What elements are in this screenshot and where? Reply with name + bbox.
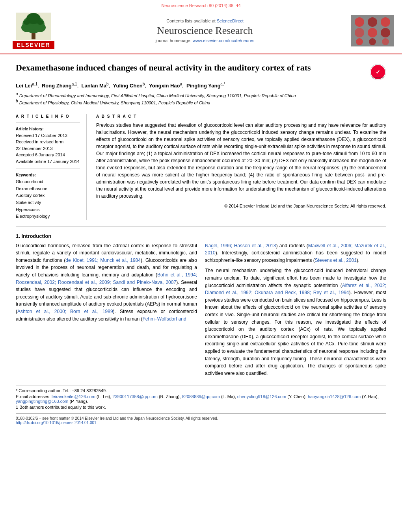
received-date: Received 17 October 2013	[16, 132, 80, 139]
svg-point-15	[356, 38, 363, 45]
affiliations: a Department of Rheumatology and Immunol…	[16, 92, 386, 105]
journal-center: Contents lists available at ScienceDirec…	[59, 19, 351, 43]
journal-header-content: ELSEVIER Contents lists available at Sci…	[0, 9, 402, 52]
divider-2	[16, 226, 386, 227]
footnote-equal: 1 Both authors contributed equally to th…	[16, 405, 386, 410]
abstract-text: Previous studies have suggested that ele…	[96, 122, 386, 200]
ref-fehm[interactable]: Fehm–Wolfsdorf and	[143, 316, 186, 322]
article-content: Dexamethasone induced changes of neural …	[0, 54, 402, 433]
article-info-title: A R T I C L E I N F O	[16, 114, 80, 119]
footer-issn: 0168-0102/$ – see front matter © 2014 El…	[16, 416, 386, 421]
divider-1	[16, 110, 386, 110]
author-5: Yongxin Hao	[149, 83, 180, 89]
svg-point-6	[24, 20, 30, 25]
author-3: Lanlan Ma	[82, 83, 107, 89]
ref-bohn[interactable]: Bohn et al., 1994; Roozendaal, 2002; Roo…	[16, 272, 197, 285]
elsevier-logo: ELSEVIER	[8, 13, 59, 49]
body-two-col: Glucocorticoid hormones, released from t…	[16, 242, 386, 380]
emails-label: E-mail addresses:	[16, 394, 50, 399]
abstract-title: A B S T R A C T	[96, 114, 386, 119]
footnote-emails: E-mail addresses: leiravokeilei@126.com …	[16, 394, 386, 404]
body-para-1: Glucocorticoid hormones, released from t…	[16, 242, 197, 323]
keyword-3: Auditory cortex	[16, 192, 80, 199]
email-zhang[interactable]: 23900117358@qq.com	[112, 394, 158, 399]
author-1: Lei Lei	[16, 83, 32, 89]
doi-link[interactable]: http://dx.doi.org/10.1016/j.neures.2014.…	[16, 421, 97, 425]
sciencedirect-anchor[interactable]: ScienceDirect	[217, 19, 244, 23]
journal-title-header: Neuroscience Research	[59, 25, 351, 37]
online-date: Available online 17 January 2014	[16, 158, 80, 165]
title-block: Dexamethasone induced changes of neural …	[16, 62, 363, 79]
corner-image	[351, 15, 394, 46]
body-col-left: Glucocorticoid hormones, released from t…	[16, 242, 197, 380]
info-abstract-columns: A R T I C L E I N F O Article history: R…	[16, 114, 386, 220]
journal-top-bar: Neuroscience Research 80 (2014) 38–44	[0, 0, 402, 9]
article-title: Dexamethasone induced changes of neural …	[16, 62, 363, 74]
svg-point-17	[382, 38, 389, 45]
footer-bar: 0168-0102/$ – see front matter © 2014 El…	[16, 413, 386, 425]
abstract-section: A B S T R A C T Previous studies have su…	[96, 114, 386, 220]
affiliation-a: a Department of Rheumatology and Immunol…	[16, 92, 386, 98]
keyword-5: Hyperacusis	[16, 206, 80, 213]
email-yang[interactable]: yangpingtingting@163.com	[16, 399, 68, 404]
email-chen[interactable]: chenyuling918@126.com	[237, 394, 286, 399]
email-hao[interactable]: haoyangxin1428@126.com	[308, 394, 361, 399]
footnote-area: * Corresponding author. Tel.: +86 24 832…	[16, 386, 386, 410]
ref-ashton[interactable]: Ashton et al., 2000; Born et al., 1989	[17, 309, 113, 314]
svg-point-14	[381, 28, 390, 37]
ref-alfarez[interactable]: Alfarez et al., 2002; Diamond et al., 19…	[205, 283, 386, 296]
article-info-panel: A R T I C L E I N F O Article history: R…	[16, 114, 87, 220]
journal-header: Neuroscience Research 80 (2014) 38–44	[0, 0, 402, 54]
journal-ref: Neuroscience Research 80 (2014) 38–44	[161, 3, 240, 8]
footer-doi: http://dx.doi.org/10.1016/j.neures.2014.…	[16, 421, 386, 425]
email-ma[interactable]: 82088889@qq.com	[182, 394, 220, 399]
footnote-corresponding: * Corresponding author. Tel.: +86 24 832…	[16, 388, 386, 393]
ref-dekloet[interactable]: de Kloet, 1991; Munck et al., 1984	[65, 258, 141, 263]
revised-date: Received in revised form22 December 2013	[16, 139, 80, 152]
article-history-label: Article history:	[16, 127, 80, 131]
svg-text:✓: ✓	[376, 69, 380, 75]
crossmark-icon: ✓ CrossMark	[370, 64, 386, 80]
crossmark-container: ✓ CrossMark	[370, 64, 386, 82]
page-wrapper: Neuroscience Research 80 (2014) 38–44	[0, 0, 402, 433]
svg-point-10	[368, 17, 377, 27]
elsevier-tree-icon	[16, 13, 51, 40]
corner-decoration-icon	[351, 15, 394, 46]
keyword-1: Glucocorticoid	[16, 178, 80, 185]
svg-point-12	[355, 28, 364, 37]
intro-heading: 1. Introduction	[16, 233, 386, 239]
body-para-2: Nagel, 1996; Hasson et al., 2013) and ro…	[205, 242, 386, 264]
body-col-right: Nagel, 1996; Hasson et al., 2013) and ro…	[205, 242, 386, 380]
svg-point-13	[368, 28, 377, 37]
body-section: 1. Introduction Glucocorticoid hormones,…	[16, 233, 386, 380]
title-row: Dexamethasone induced changes of neural …	[16, 62, 386, 82]
svg-point-16	[369, 38, 376, 45]
abstract-copyright: © 2014 Elsevier Ireland Ltd and the Japa…	[96, 204, 386, 208]
info-divider	[16, 122, 80, 123]
body-para-3: The neural mechanism underlying the gluc…	[205, 267, 386, 377]
svg-point-9	[355, 17, 364, 27]
affiliation-b: b Department of Physiology, China Medica…	[16, 99, 386, 105]
svg-text:CrossMark: CrossMark	[372, 76, 384, 79]
svg-point-7	[37, 20, 43, 25]
author-2: Rong Zhang	[42, 83, 72, 89]
keyword-6: Electrophysiology	[16, 213, 80, 220]
accepted-date: Accepted 6 January 2014	[16, 152, 80, 158]
homepage-anchor[interactable]: www.elsevier.com/locate/neures	[193, 38, 255, 43]
keywords-label: Keywords:	[16, 173, 80, 177]
ref-stevens[interactable]: Stevens et al., 2001	[315, 258, 357, 263]
homepage-link: journal homepage: www.elsevier.com/locat…	[59, 38, 351, 43]
email-lei[interactable]: leiravokeilei@126.com	[52, 394, 95, 399]
keywords-divider	[16, 169, 80, 169]
keyword-2: Dexamethasone	[16, 185, 80, 193]
ref-nagel[interactable]: Nagel, 1996; Hasson et al., 2013	[205, 243, 276, 248]
sciencedirect-link: Contents lists available at ScienceDirec…	[59, 19, 351, 23]
svg-rect-1	[32, 32, 35, 39]
svg-point-11	[381, 17, 390, 27]
author-4: Yuling Chen	[113, 83, 143, 89]
keyword-4: Spike activity	[16, 199, 80, 206]
authors-line: Lei Leia,1, Rong Zhanga,1, Lanlan Mab, Y…	[16, 82, 386, 89]
author-6: Pingting Yang	[186, 83, 220, 89]
elsevier-label: ELSEVIER	[13, 41, 54, 49]
